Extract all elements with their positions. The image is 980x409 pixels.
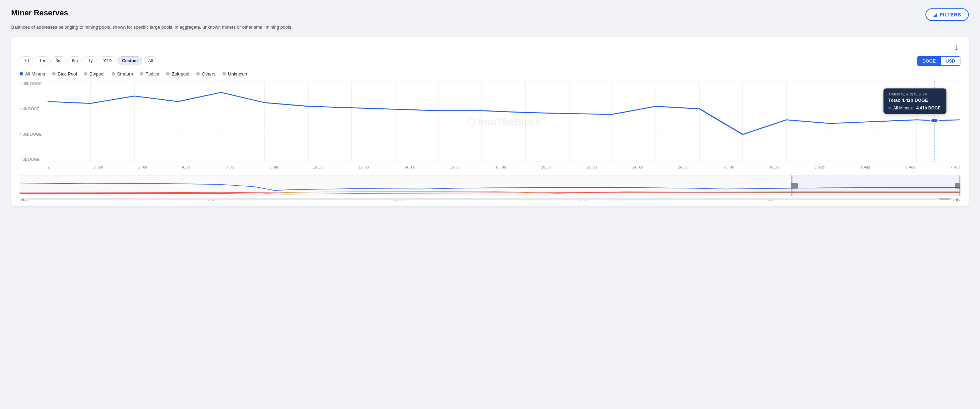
- svg-rect-31: [955, 183, 961, 189]
- time-btn-3m[interactable]: 3m: [51, 56, 66, 65]
- time-btn-all[interactable]: All: [144, 56, 158, 65]
- legend-item-zulupool[interactable]: Zulupool: [166, 71, 189, 76]
- svg-point-25: [930, 118, 938, 123]
- mini-chart-area: 2014 2016 2018 2020 2022 2024: [19, 175, 961, 196]
- x-label-1: 30. Jun: [92, 165, 103, 169]
- x-label-20: 7. Aug: [950, 165, 960, 169]
- mini-chart-svg: [19, 176, 961, 196]
- legend-dot-stratum: [111, 72, 115, 76]
- page-subtitle: Balances of addresses belonging to minin…: [11, 24, 969, 31]
- main-chart-area: 4.45b DOGE 4.4b DOGE 4.35b DOGE 4.3b DOG…: [19, 81, 961, 172]
- svg-rect-30: [791, 183, 798, 189]
- chart-card: ⭳ 7d 1m 3m 6m 1y YTD Custom All DOGE USD…: [11, 37, 969, 206]
- x-label-15: 28. Jul: [724, 165, 734, 169]
- legend-label-bwpool: Bwpool: [89, 71, 105, 76]
- tooltip-total: Total: 4.41b DOGE: [888, 98, 942, 103]
- controls-row: 7d 1m 3m 6m 1y YTD Custom All DOGE USD: [19, 56, 961, 66]
- filter-icon: ◢: [933, 12, 937, 17]
- legend-item-tbdice[interactable]: Tbdice: [140, 71, 159, 76]
- x-label-18: 3. Aug: [860, 165, 870, 169]
- legend-dot-btcc: [52, 72, 56, 76]
- x-label-10: 18. Jul: [496, 165, 506, 169]
- y-label-2: 4.4b DOGE: [19, 106, 48, 111]
- x-label-8: 14. Jul: [404, 165, 414, 169]
- time-btn-custom[interactable]: Custom: [118, 56, 142, 65]
- filters-label: FILTERS: [940, 12, 961, 17]
- y-label-1: 4.45b DOGE: [19, 81, 48, 86]
- x-label-14: 26. Jul: [678, 165, 688, 169]
- x-label-16: 30. Jul: [769, 165, 779, 169]
- svg-rect-27: [792, 176, 961, 196]
- x-label-6: 10. Jul: [313, 165, 323, 169]
- time-buttons: 7d 1m 3m 6m 1y YTD Custom All: [19, 56, 158, 65]
- page-header: Miner Reserves ◢ FILTERS: [11, 8, 969, 21]
- mini-x-2014: 2014: [19, 198, 27, 202]
- download-icon[interactable]: ⭳: [953, 44, 961, 52]
- legend-item-others[interactable]: Others: [196, 71, 215, 76]
- legend-dot-others: [196, 72, 200, 76]
- legend-dot-unknown: [223, 72, 226, 76]
- scrollbar-track[interactable]: [27, 198, 953, 200]
- legend-dot-all-miners: [19, 72, 23, 76]
- legend-label-tbdice: Tbdice: [145, 71, 159, 76]
- x-label-0: 28. ...: [48, 165, 56, 169]
- scrollbar-thumb[interactable]: [939, 198, 950, 200]
- x-axis: 28. ... 30. Jun 2. Jul 4. Jul 6. Jul 8. …: [48, 163, 961, 172]
- legend-label-others: Others: [202, 71, 215, 76]
- x-label-13: 24. Jul: [632, 165, 643, 169]
- x-label-7: 12. Jul: [358, 165, 369, 169]
- legend-dot-bwpool: [84, 72, 88, 76]
- legend-item-all-miners[interactable]: All Miners: [19, 71, 45, 76]
- time-btn-1m[interactable]: 1m: [35, 56, 50, 65]
- x-label-12: 22. Jul: [587, 165, 597, 169]
- y-label-3: 4.35b DOGE: [19, 132, 48, 136]
- legend-label-zulupool: Zulupool: [172, 71, 189, 76]
- tooltip-item-value: 4.41b DOGE: [916, 106, 940, 111]
- time-btn-6m[interactable]: 6m: [67, 56, 83, 65]
- legend-label-btcc: Btcc Pool: [58, 71, 77, 76]
- x-label-17: 1. Aug: [815, 165, 825, 169]
- legend-item-btcc[interactable]: Btcc Pool: [52, 71, 77, 76]
- tooltip-date: Thursday, Aug 8, 2024: [888, 92, 942, 96]
- currency-toggle: DOGE USD: [917, 56, 961, 66]
- tooltip-item: All Miners: 4.41b DOGE: [888, 106, 942, 111]
- legend-dot-zulupool: [166, 72, 170, 76]
- tooltip-item-label: All Miners:: [893, 106, 913, 111]
- y-label-4: 4.3b DOGE: [19, 157, 48, 162]
- currency-btn-usd[interactable]: USD: [941, 57, 960, 65]
- page-title: Miner Reserves: [11, 8, 68, 17]
- chart-tooltip: Thursday, Aug 8, 2024 Total: 4.41b DOGE …: [883, 89, 947, 114]
- legend-row: All Miners Btcc Pool Bwpool Stratum Tbdi…: [19, 71, 961, 76]
- tooltip-dot: [888, 106, 891, 109]
- legend-label-unknown: Unknown: [228, 71, 247, 76]
- legend-label-all-miners: All Miners: [25, 71, 45, 76]
- card-top-bar: ⭳: [19, 44, 961, 52]
- legend-label-stratum: Stratum: [117, 71, 133, 76]
- time-btn-7d[interactable]: 7d: [19, 56, 33, 65]
- time-btn-1y[interactable]: 1y: [84, 56, 97, 65]
- x-label-3: 4. Jul: [182, 165, 191, 169]
- x-label-9: 16. Jul: [450, 165, 460, 169]
- chart-plot: ⬡ IntoTheBlock: [48, 81, 961, 162]
- legend-dot-tbdice: [140, 72, 143, 76]
- currency-btn-doge[interactable]: DOGE: [917, 57, 940, 65]
- main-chart-svg: [48, 81, 961, 162]
- legend-item-unknown[interactable]: Unknown: [223, 71, 247, 76]
- x-label-2: 2. Jul: [138, 165, 147, 169]
- legend-item-stratum[interactable]: Stratum: [111, 71, 133, 76]
- x-label-4: 6. Jul: [226, 165, 234, 169]
- filters-button[interactable]: ◢ FILTERS: [926, 8, 969, 21]
- x-label-19: 5. Aug: [905, 165, 915, 169]
- x-label-5: 8. Jul: [269, 165, 278, 169]
- time-btn-ytd[interactable]: YTD: [99, 56, 116, 65]
- y-axis: 4.45b DOGE 4.4b DOGE 4.35b DOGE 4.3b DOG…: [19, 81, 48, 162]
- mini-x-2024: 2024: [953, 198, 961, 202]
- legend-item-bwpool[interactable]: Bwpool: [84, 71, 105, 76]
- x-label-11: 20. Jul: [541, 165, 551, 169]
- page-container: Miner Reserves ◢ FILTERS Balances of add…: [0, 0, 980, 215]
